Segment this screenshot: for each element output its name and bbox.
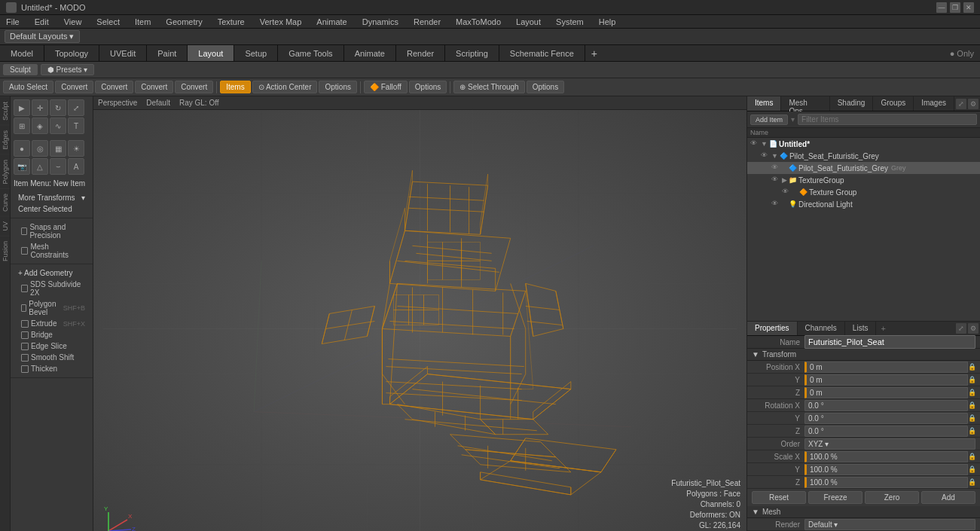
tab-layout[interactable]: Layout: [188, 45, 234, 61]
tree-item-untitled[interactable]: 👁 ▼ 📄 Untitled*: [747, 138, 980, 150]
action-center-button[interactable]: ⊙ Action Center: [252, 81, 318, 93]
order-value[interactable]: XYZ ▾: [804, 438, 975, 450]
transform-section-header[interactable]: ▼ Transform: [747, 349, 980, 361]
tool-icon-sphere[interactable]: ●: [14, 140, 30, 157]
pos-y-lock[interactable]: 🔒: [968, 376, 975, 383]
render-value[interactable]: Default ▾: [804, 519, 975, 530]
tab-game-tools[interactable]: Game Tools: [278, 45, 344, 61]
vtab-curve[interactable]: Curve: [0, 188, 10, 216]
falloff-button[interactable]: 🔶 Falloff: [364, 81, 408, 93]
eye-icon-tg[interactable]: 👁: [782, 188, 791, 197]
layout-dropdown[interactable]: Default Layouts ▾: [5, 30, 80, 43]
menu-help[interactable]: Help: [596, 17, 619, 26]
menu-maxtomodo[interactable]: MaxToModo: [453, 17, 504, 26]
menu-item[interactable]: Item: [132, 17, 154, 26]
add-item-button[interactable]: Add Item: [750, 114, 788, 125]
convert3-button[interactable]: Convert: [135, 81, 173, 93]
pos-x-lock[interactable]: 🔒: [968, 363, 975, 371]
tool-icon-torus[interactable]: ◎: [32, 140, 48, 157]
options1-button[interactable]: Options: [319, 81, 356, 93]
eye-icon-mesh[interactable]: 👁: [771, 163, 780, 172]
tab-topology[interactable]: Topology: [44, 45, 99, 61]
tab-add[interactable]: +: [876, 322, 890, 335]
scale-z-value[interactable]: 100.0 %: [804, 477, 968, 488]
vtab-sculpt[interactable]: Sculpt: [0, 96, 10, 125]
tool-icon-move[interactable]: ✛: [32, 99, 48, 116]
tree-arrow-texture[interactable]: ▶: [782, 176, 787, 184]
freeze-button[interactable]: Freeze: [808, 491, 862, 504]
tree-item-group[interactable]: 👁 ▼ 🔷 Pilot_Seat_Futuristic_Grey: [747, 150, 980, 162]
tab-properties[interactable]: Properties: [747, 322, 798, 335]
minimize-button[interactable]: —: [936, 2, 947, 13]
tab-uvedit[interactable]: UVEdit: [99, 45, 147, 61]
tool-icon-spline[interactable]: ⌣: [50, 158, 66, 175]
tree-arrow-untitled[interactable]: ▼: [761, 140, 768, 148]
convert1-button[interactable]: Convert: [55, 81, 93, 93]
menu-edit[interactable]: Edit: [32, 17, 52, 26]
tool-icon-text[interactable]: T: [68, 117, 84, 134]
menu-file[interactable]: File: [3, 17, 23, 26]
name-field[interactable]: [804, 335, 975, 349]
vtab-fusion[interactable]: Fusion: [0, 236, 10, 266]
menu-render[interactable]: Render: [411, 17, 444, 26]
tool-icon-transform[interactable]: ⊞: [14, 117, 30, 134]
tab-lists[interactable]: Lists: [845, 322, 877, 335]
tool-icon-curve[interactable]: ∿: [50, 117, 66, 134]
reset-button[interactable]: Reset: [752, 491, 806, 504]
tab-model[interactable]: Model: [0, 45, 44, 61]
tree-arrow-group[interactable]: ▼: [771, 152, 778, 160]
item-menu[interactable]: Item Menu: New Item: [11, 178, 93, 189]
menu-select[interactable]: Select: [93, 17, 123, 26]
tool-icon-mesh[interactable]: ◈: [32, 117, 48, 134]
options3-button[interactable]: Options: [527, 81, 564, 93]
tool-icon-paint[interactable]: A: [68, 158, 84, 175]
eye-icon[interactable]: 👁: [750, 139, 759, 148]
center-selected[interactable]: Center Selected: [15, 203, 88, 215]
pos-x-value[interactable]: 0 m: [804, 362, 968, 373]
menu-vertex-map[interactable]: Vertex Map: [257, 17, 305, 26]
tool-polygon-bevel[interactable]: Polygon Bevel SHF+B: [15, 298, 88, 318]
tab-render[interactable]: Render: [396, 45, 445, 61]
scale-x-lock[interactable]: 🔒: [968, 453, 975, 460]
tool-edge-slice[interactable]: Edge Slice: [15, 340, 88, 352]
snaps-precision[interactable]: Snaps and Precision: [15, 221, 88, 241]
tab-channels[interactable]: Channels: [798, 322, 845, 335]
viewport-raygl[interactable]: Ray GL: Off: [179, 99, 219, 107]
presets-button[interactable]: ⬢ Presets ▾: [41, 64, 94, 75]
items-tree[interactable]: 👁 ▼ 📄 Untitled* 👁 ▼ 🔷 Pilot_Seat_Futuris…: [747, 138, 980, 321]
tab-scripting[interactable]: Scripting: [445, 45, 499, 61]
tab-paint[interactable]: Paint: [147, 45, 188, 61]
tab-items[interactable]: Items: [747, 96, 781, 111]
rot-x-value[interactable]: 0.0 °: [804, 400, 968, 411]
mesh-section-header[interactable]: ▼ Mesh: [747, 506, 980, 518]
tool-icon-light[interactable]: ☀: [68, 140, 84, 157]
tool-sds[interactable]: SDS Subdivide 2X: [15, 279, 88, 298]
tab-animate[interactable]: Animate: [344, 45, 396, 61]
tab-add-button[interactable]: +: [585, 45, 603, 62]
prop-panel-expand[interactable]: ⤢: [956, 323, 966, 334]
tool-icon-grid[interactable]: ▦: [50, 140, 66, 157]
tab-shading[interactable]: Shading: [830, 96, 874, 111]
viewport-display[interactable]: Default: [146, 99, 170, 107]
viewport[interactable]: Perspective Default Ray GL: Off: [93, 96, 746, 531]
tab-setup[interactable]: Setup: [234, 45, 278, 61]
menu-layout[interactable]: Layout: [513, 17, 544, 26]
auto-select-button[interactable]: Auto Select: [3, 81, 53, 93]
rot-z-lock[interactable]: 🔒: [968, 427, 975, 435]
panel-icon-settings[interactable]: ⚙: [968, 99, 978, 109]
pos-z-lock[interactable]: 🔒: [968, 389, 975, 396]
rot-y-lock[interactable]: 🔒: [968, 414, 975, 422]
scale-y-lock[interactable]: 🔒: [968, 465, 975, 473]
items-button[interactable]: Items: [220, 81, 250, 93]
viewport-canvas[interactable]: Futuristic_Pilot_Seat Polygons : Face Ch…: [93, 110, 746, 531]
restore-button[interactable]: ❐: [950, 2, 960, 13]
panel-icon-expand[interactable]: ⤢: [956, 99, 966, 109]
tool-icon-select[interactable]: ▶: [14, 99, 30, 116]
tool-icon-camera[interactable]: 📷: [14, 158, 30, 175]
zero-button[interactable]: Zero: [865, 491, 919, 504]
tree-item-mesh[interactable]: 👁 ▶ 🔷 Pilot_Seat_Futuristic_Grey Grey: [747, 162, 980, 174]
tree-item-texture-group[interactable]: 👁 ▶ 🔶 Texture Group: [747, 186, 980, 198]
close-button[interactable]: ✕: [963, 2, 974, 13]
scale-z-lock[interactable]: 🔒: [968, 478, 975, 486]
convert2-button[interactable]: Convert: [95, 81, 133, 93]
